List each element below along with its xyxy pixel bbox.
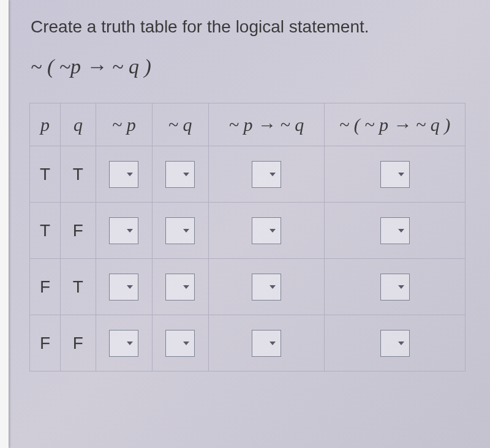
header-negation: ~ ( ~ p → ~ q ) (325, 103, 466, 146)
truth-table: p q ~ p ~ q ~ p → ~ q ~ ( ~ p → ~ q ) T … (29, 103, 466, 371)
chevron-down-icon (270, 342, 276, 345)
dropdown-negation[interactable] (380, 161, 410, 188)
dropdown-not-p[interactable] (109, 161, 138, 188)
dropdown-implication[interactable] (252, 161, 281, 188)
chevron-down-icon (183, 285, 189, 289)
dropdown-implication[interactable] (252, 330, 281, 357)
header-p: p (30, 103, 61, 146)
dropdown-not-p[interactable] (109, 274, 138, 301)
dropdown-not-q[interactable] (165, 217, 195, 244)
header-q: q (60, 103, 96, 146)
chevron-down-icon (183, 173, 189, 176)
dropdown-negation[interactable] (380, 274, 410, 301)
dropdown-not-p[interactable] (109, 217, 138, 244)
chevron-down-icon (127, 342, 133, 345)
chevron-down-icon (398, 173, 404, 176)
header-implication: ~ p → ~ q (208, 103, 325, 146)
cell-q: F (73, 334, 83, 353)
chevron-down-icon (398, 342, 404, 345)
truth-table-container: p q ~ p ~ q ~ p → ~ q ~ ( ~ p → ~ q ) T … (29, 103, 466, 371)
dropdown-negation[interactable] (380, 330, 410, 357)
dropdown-not-q[interactable] (165, 161, 195, 188)
table-row: F F (30, 315, 466, 371)
dropdown-not-q[interactable] (165, 330, 195, 357)
table-row: T T (30, 146, 466, 203)
dropdown-implication[interactable] (252, 217, 281, 244)
table-row: F T (30, 259, 466, 315)
dropdown-negation[interactable] (380, 217, 410, 244)
cell-p: T (40, 165, 50, 184)
chevron-down-icon (183, 342, 189, 345)
cell-q: T (73, 277, 83, 296)
instruction-text: Create a truth table for the logical sta… (31, 17, 466, 37)
table-row: T F (30, 203, 466, 259)
dropdown-implication[interactable] (252, 274, 281, 301)
cell-q: F (73, 221, 83, 240)
chevron-down-icon (127, 285, 133, 289)
cell-p: T (40, 221, 50, 240)
chevron-down-icon (270, 173, 276, 176)
cell-p: F (40, 277, 50, 296)
dropdown-not-p[interactable] (109, 330, 138, 357)
header-not-p: ~ p (96, 103, 152, 146)
dropdown-not-q[interactable] (165, 274, 195, 301)
chevron-down-icon (183, 229, 189, 233)
chevron-down-icon (127, 229, 133, 233)
cell-q: T (73, 165, 83, 184)
header-not-q: ~ q (152, 103, 208, 146)
chevron-down-icon (270, 285, 276, 289)
chevron-down-icon (398, 229, 404, 233)
chevron-down-icon (398, 285, 404, 289)
cell-p: F (40, 334, 50, 353)
chevron-down-icon (270, 229, 276, 233)
chevron-down-icon (127, 173, 133, 176)
formula-display: ~ ( ~p → ~ q ) (31, 55, 466, 78)
